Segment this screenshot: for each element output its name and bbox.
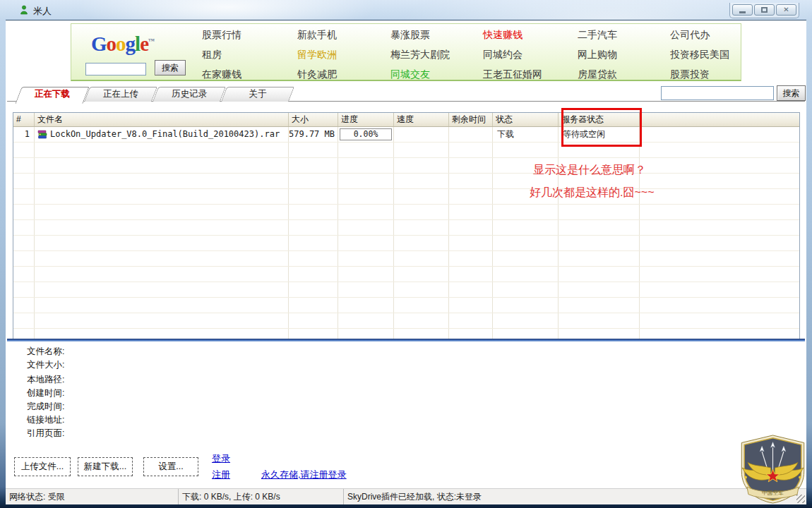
col-header-progress[interactable]: 进度 bbox=[338, 113, 394, 126]
file-details-panel: 文件名称: 文件大小: 本地路径: 创建时间: 完成时间: 链接地址: 引用页面… bbox=[27, 346, 450, 441]
table-empty-row bbox=[13, 220, 799, 236]
ad-link[interactable]: 在家赚钱 bbox=[202, 68, 241, 81]
col-header-speed[interactable]: 速度 bbox=[394, 113, 449, 126]
ad-link[interactable]: 快速赚钱 bbox=[483, 29, 523, 42]
table-empty-row bbox=[13, 189, 799, 205]
table-empty-row bbox=[13, 298, 799, 313]
tab-about[interactable]: 关于 bbox=[224, 87, 292, 102]
cell-index: 1 bbox=[13, 127, 35, 142]
maximize-icon bbox=[761, 7, 768, 13]
ad-search-button[interactable]: 搜索 bbox=[155, 60, 186, 75]
logo-letter: o bbox=[116, 32, 126, 55]
emblem-ribbon-text: 中国空军 bbox=[762, 490, 784, 496]
google-logo: Google™ bbox=[91, 32, 155, 56]
table-empty-row bbox=[13, 143, 799, 158]
ad-link[interactable]: 股票投资 bbox=[670, 68, 710, 81]
status-bar: 网络状态: 受限 下载: 0 KB/s, 上传: 0 KB/s SkyDrive… bbox=[6, 488, 806, 504]
detail-label-completed: 完成时间: bbox=[27, 401, 450, 414]
app-window: 米人 ✕ Google™ 搜索 股票行情 租房 在家赚钱 新款手机 留学欧洲 针… bbox=[0, 0, 812, 508]
tab-uploading[interactable]: 正在上传 bbox=[87, 87, 155, 102]
detail-label-filename: 文件名称: bbox=[27, 346, 450, 359]
download-table: # 文件名 大小 进度 速度 剩余时间 状态 服务器状态 1 bbox=[13, 112, 800, 339]
minimize-button[interactable] bbox=[732, 4, 753, 16]
ad-link[interactable]: 股票行情 bbox=[202, 29, 241, 42]
col-header-filler bbox=[640, 113, 799, 126]
table-empty-row bbox=[13, 158, 799, 174]
logo-letter: g bbox=[126, 32, 136, 55]
register-link[interactable]: 注册 bbox=[212, 468, 230, 481]
ad-link[interactable]: 租房 bbox=[202, 49, 222, 61]
cell-filler bbox=[640, 127, 799, 142]
storage-promo-link[interactable]: 永久存储,请注册登录 bbox=[261, 468, 347, 481]
ad-link[interactable]: 房屋贷款 bbox=[578, 68, 617, 81]
table-empty-row bbox=[13, 251, 799, 267]
logo-letter: G bbox=[91, 32, 107, 55]
ad-link[interactable]: 同城约会 bbox=[483, 49, 523, 61]
table-empty-rows bbox=[13, 143, 799, 339]
tab-downloading[interactable]: 正在下载 bbox=[18, 87, 86, 103]
detail-label-referrer: 引用页面: bbox=[27, 428, 450, 441]
window-title: 米人 bbox=[33, 5, 52, 18]
table-header-row: # 文件名 大小 进度 速度 剩余时间 状态 服务器状态 bbox=[13, 113, 799, 127]
splitter-bar[interactable] bbox=[7, 339, 805, 341]
ad-link[interactable]: 网上购物 bbox=[578, 49, 617, 61]
col-header-remaining[interactable]: 剩余时间 bbox=[449, 113, 493, 126]
table-empty-row bbox=[13, 174, 799, 189]
cell-filename: LockOn_Updater_V8.0_Final(Build_20100423… bbox=[35, 127, 289, 142]
ad-link[interactable]: 投资移民美国 bbox=[670, 49, 729, 61]
close-icon: ✕ bbox=[783, 6, 789, 13]
new-download-button[interactable]: 新建下载... bbox=[78, 457, 133, 476]
table-empty-row bbox=[13, 282, 799, 298]
rar-file-icon bbox=[37, 130, 47, 140]
ad-link[interactable]: 新款手机 bbox=[297, 29, 337, 42]
table-empty-row bbox=[13, 313, 799, 329]
table-empty-row bbox=[13, 205, 799, 220]
cell-remaining bbox=[449, 127, 493, 142]
col-header-status[interactable]: 状态 bbox=[493, 113, 559, 126]
table-row[interactable]: 1 LockOn_Updater_V8.0_Final(Build_201004… bbox=[13, 127, 799, 143]
ad-link[interactable]: 针灸减肥 bbox=[297, 68, 337, 81]
annotation-rectangle bbox=[561, 108, 642, 147]
table-empty-row bbox=[13, 329, 799, 339]
ad-link[interactable]: 留学欧洲 bbox=[297, 49, 337, 61]
ad-link[interactable]: 同城交友 bbox=[390, 68, 430, 81]
logo-letter: e bbox=[140, 32, 148, 55]
ad-link[interactable]: 梅兰芳大剧院 bbox=[390, 49, 450, 61]
ad-link[interactable]: 王老五征婚网 bbox=[483, 68, 542, 81]
detail-label-localpath: 本地路径: bbox=[27, 374, 450, 387]
cell-size: 579.77 MB bbox=[289, 127, 338, 142]
progress-bar: 0.00% bbox=[340, 128, 392, 140]
window-controls: ✕ bbox=[729, 3, 799, 18]
title-bar[interactable]: 米人 ✕ bbox=[0, 0, 812, 20]
cell-status: 下载 bbox=[493, 127, 559, 142]
network-status: 网络状态: 受限 bbox=[6, 489, 179, 504]
cell-progress: 0.00% bbox=[338, 127, 394, 142]
table-empty-row bbox=[13, 267, 799, 282]
ad-banner: Google™ 搜索 股票行情 租房 在家赚钱 新款手机 留学欧洲 针灸减肥 暴… bbox=[71, 23, 741, 81]
maximize-button[interactable] bbox=[754, 4, 775, 16]
filename-text: LockOn_Updater_V8.0_Final(Build_20100423… bbox=[50, 127, 280, 142]
settings-button[interactable]: 设置... bbox=[143, 457, 198, 476]
annotation-text-1: 显示这是什么意思啊？ bbox=[533, 163, 646, 178]
search-input[interactable] bbox=[661, 86, 774, 100]
upload-file-button[interactable]: 上传文件... bbox=[14, 457, 71, 476]
col-header-filename[interactable]: 文件名 bbox=[35, 113, 289, 126]
logo-letter: o bbox=[107, 32, 117, 55]
tab-bar: 正在下载 正在上传 历史记录 关于 bbox=[18, 87, 292, 102]
close-button[interactable]: ✕ bbox=[776, 4, 796, 16]
cell-speed bbox=[394, 127, 449, 142]
ad-link[interactable]: 公司代办 bbox=[670, 29, 710, 42]
ad-link[interactable]: 二手汽车 bbox=[578, 29, 617, 42]
detail-label-filesize: 文件大小: bbox=[27, 359, 450, 373]
col-header-index[interactable]: # bbox=[13, 113, 35, 126]
col-header-size[interactable]: 大小 bbox=[289, 113, 338, 126]
ad-search-input[interactable] bbox=[85, 63, 146, 75]
search-button[interactable]: 搜索 bbox=[777, 85, 806, 101]
tab-history[interactable]: 历史记录 bbox=[155, 87, 223, 102]
skydrive-plugin-status: SkyDrive插件已经加载, 状态:未登录 bbox=[344, 489, 806, 504]
detail-label-created: 创建时间: bbox=[27, 387, 450, 401]
table-empty-row bbox=[13, 236, 799, 251]
logo-tm: ™ bbox=[148, 37, 155, 44]
login-link[interactable]: 登录 bbox=[212, 452, 230, 465]
ad-link[interactable]: 暴涨股票 bbox=[390, 29, 430, 42]
